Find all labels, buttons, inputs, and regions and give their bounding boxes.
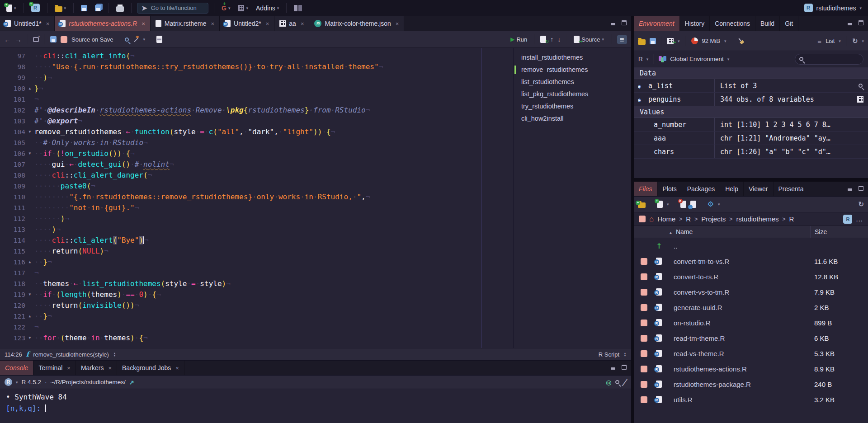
file-checkbox[interactable] — [641, 335, 647, 342]
compile-report-icon[interactable] — [156, 36, 162, 43]
console-tab[interactable]: Console — [0, 361, 33, 375]
code-line[interactable]: 111········"not·in·{gui}."¬ — [0, 202, 513, 213]
console-tab[interactable]: Markers× — [76, 361, 117, 375]
file-row[interactable]: Rrstudiothemes-actions.R8.9 KB — [634, 361, 868, 376]
tab-close-icon[interactable]: × — [266, 20, 269, 27]
tab-close-icon[interactable]: × — [175, 365, 179, 371]
file-row[interactable]: ↑.. — [634, 238, 868, 254]
view-table-icon[interactable] — [857, 96, 863, 103]
refresh-icon[interactable]: ↻ — [852, 37, 858, 45]
environment-object-row[interactable]: a_numberint [1:10] 1 2 3 4 5 6 7 8… — [634, 118, 868, 132]
file-name[interactable]: convert-to-rs.R — [674, 273, 810, 281]
code-line[interactable]: 107····gui·←·detect_gui()·#·nolint¬ — [0, 159, 513, 170]
maximize-icon[interactable] — [622, 20, 627, 25]
console-tab[interactable]: Background Jobs× — [117, 361, 184, 375]
addins-button[interactable]: Addins ▾ — [254, 3, 281, 13]
environment-tab[interactable]: History — [680, 16, 710, 31]
file-row[interactable]: Rgenerate-uuid.R2 KB — [634, 300, 868, 315]
sort-by-name-header[interactable]: ▲Name — [634, 228, 810, 235]
files-tab[interactable]: Presenta — [774, 182, 809, 196]
minimize-icon[interactable] — [611, 365, 616, 370]
horizontal-splitter[interactable] — [634, 178, 868, 182]
file-name[interactable]: read-tm-theme.R — [674, 334, 810, 342]
files-tab[interactable]: Help — [720, 182, 744, 196]
new-file-button[interactable]: + ▾ — [5, 3, 18, 13]
memory-usage-icon[interactable] — [691, 38, 698, 44]
inspect-icon[interactable] — [859, 84, 863, 88]
memory-usage-label[interactable]: 92 MiB — [702, 38, 720, 44]
file-checkbox[interactable] — [641, 350, 647, 357]
file-name[interactable]: rstudiothemes-actions.R — [674, 365, 810, 373]
new-blank-file-icon[interactable]: + — [657, 201, 663, 208]
environment-scope-label[interactable]: Global Environment — [670, 56, 724, 62]
file-row[interactable]: Rread-tm-theme.R6 KB — [634, 330, 868, 346]
maximize-icon[interactable] — [859, 20, 863, 25]
environment-tab[interactable]: Build — [755, 16, 780, 31]
file-checkbox[interactable] — [641, 258, 647, 265]
pane-layout-button[interactable] — [292, 4, 304, 13]
more-file-commands-icon[interactable]: ⚙ — [708, 201, 714, 208]
tab-close-icon[interactable]: × — [46, 20, 50, 27]
file-checkbox[interactable] — [641, 366, 647, 372]
code-line[interactable]: 113····)¬ — [0, 224, 513, 235]
file-row[interactable]: Rconvert-vs-to-tm.R7.9 KB — [634, 284, 868, 300]
forward-button[interactable]: → — [15, 36, 22, 43]
environment-object-row[interactable]: ▶penguins344 obs. of 8 variables — [634, 93, 868, 106]
save-button[interactable] — [79, 4, 89, 13]
outline-item[interactable]: try_rstudiothemes — [514, 100, 631, 113]
minimize-icon[interactable] — [848, 186, 853, 191]
expand-icon[interactable]: ▶ — [638, 99, 641, 102]
tab-close-icon[interactable]: × — [211, 20, 214, 27]
filetype-selector-arrows[interactable]: ▲▼ — [623, 352, 627, 357]
select-all-checkbox[interactable] — [639, 216, 646, 222]
file-checkbox[interactable] — [641, 273, 647, 280]
file-name[interactable]: convert-tm-to-vs.R — [674, 258, 810, 265]
code-editor[interactable]: 97··cli::cli_alert_info(¬98····"Use·{.ru… — [0, 48, 631, 348]
file-row[interactable]: Rconvert-tm-to-vs.R11.6 KB — [634, 254, 868, 269]
goto-file-input[interactable]: ➤ Go to file/function — [137, 3, 208, 14]
fold-marker[interactable]: ▼ — [25, 289, 34, 300]
files-tab[interactable]: Files — [634, 182, 658, 196]
code-line[interactable]: 104▼remove_rstudiothemes·←·function(styl… — [0, 127, 513, 137]
outline-item[interactable]: list_pkg_rstudiothemes — [514, 88, 631, 100]
code-line[interactable]: 100▲}¬ — [0, 83, 513, 94]
environment-search-input[interactable] — [795, 54, 863, 65]
editor-tab[interactable]: Matrix.rstheme× — [151, 16, 220, 31]
console-tab[interactable]: Terminal× — [33, 361, 76, 375]
filetype-label[interactable]: R Script — [599, 351, 619, 358]
document-outline-button[interactable]: ≡ — [617, 35, 627, 44]
version-control-button[interactable]: G ▾ — [220, 3, 232, 13]
fold-marker[interactable]: ▲ — [25, 311, 34, 322]
code-line[interactable]: 118··themes·←·list_rstudiothemes(style·=… — [0, 278, 513, 289]
scope-label[interactable]: remove_rstudiothemes(style) — [33, 351, 109, 358]
fold-marker[interactable]: ▲ — [25, 257, 34, 268]
delete-file-icon[interactable]: ✕ — [680, 201, 686, 208]
tab-close-icon[interactable]: × — [142, 20, 145, 27]
code-line[interactable]: 115····return(NULL)¬ — [0, 246, 513, 257]
clear-console-icon[interactable]: ╱ — [622, 378, 627, 386]
file-name[interactable]: on-rstudio.R — [674, 319, 810, 327]
fold-marker[interactable]: ▲ — [25, 83, 34, 94]
profiler-icon[interactable]: ◎ — [606, 379, 611, 386]
rerun-icon[interactable]: ↻ — [540, 36, 546, 43]
code-line[interactable]: 123▼··for·(theme·in·themes)·{¬ — [0, 333, 513, 343]
more-button[interactable]: ... — [856, 215, 863, 223]
editor-tab[interactable]: RUntitled2*× — [220, 16, 274, 31]
file-row[interactable]: Rread-vs-theme.R5.3 KB — [634, 346, 868, 361]
popout-icon[interactable] — [33, 37, 39, 42]
outline-item[interactable]: remove_rstudiothemes — [514, 64, 631, 76]
file-name[interactable]: read-vs-theme.R — [674, 350, 810, 357]
find-icon[interactable] — [125, 38, 129, 42]
environment-tab[interactable]: Git — [780, 16, 798, 31]
sort-by-size-header[interactable]: Size — [810, 226, 868, 238]
expand-icon[interactable]: ▶ — [638, 85, 641, 89]
editor-tab[interactable]: Rrstudiothemes-actions.R× — [55, 16, 151, 31]
outline-item[interactable]: list_rstudiothemes — [514, 76, 631, 88]
code-line[interactable]: 106▼··if·(!on_rstudio())·{¬ — [0, 148, 513, 159]
outline-item[interactable]: cli_how2install — [514, 113, 631, 125]
environment-object-row[interactable]: aaachr [1:21] "Andromeda" "ay… — [634, 132, 868, 145]
code-tools-icon[interactable] — [133, 36, 139, 42]
code-line[interactable]: 114····cli::cli_alert("Bye")¬ — [0, 235, 513, 246]
next-chunk-button[interactable]: ↓ — [557, 36, 561, 43]
project-badge-icon[interactable]: R — [843, 215, 852, 224]
